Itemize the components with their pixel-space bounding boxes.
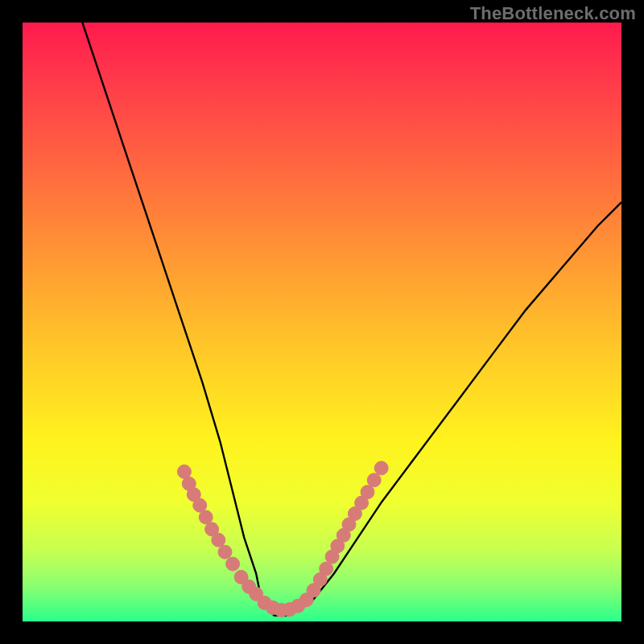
chart-svg <box>23 23 621 621</box>
chart-frame: TheBottleneck.com <box>0 0 644 644</box>
highlight-dot <box>361 485 374 499</box>
highlight-dot <box>226 557 240 571</box>
highlight-dot <box>367 473 381 487</box>
highlight-dot <box>212 533 225 547</box>
highlight-dot <box>320 562 333 576</box>
highlight-dot <box>218 545 232 559</box>
highlight-dot <box>199 510 213 524</box>
watermark-text: TheBottleneck.com <box>470 3 636 24</box>
highlight-dot <box>374 461 388 475</box>
chart-plot-area <box>23 23 621 621</box>
